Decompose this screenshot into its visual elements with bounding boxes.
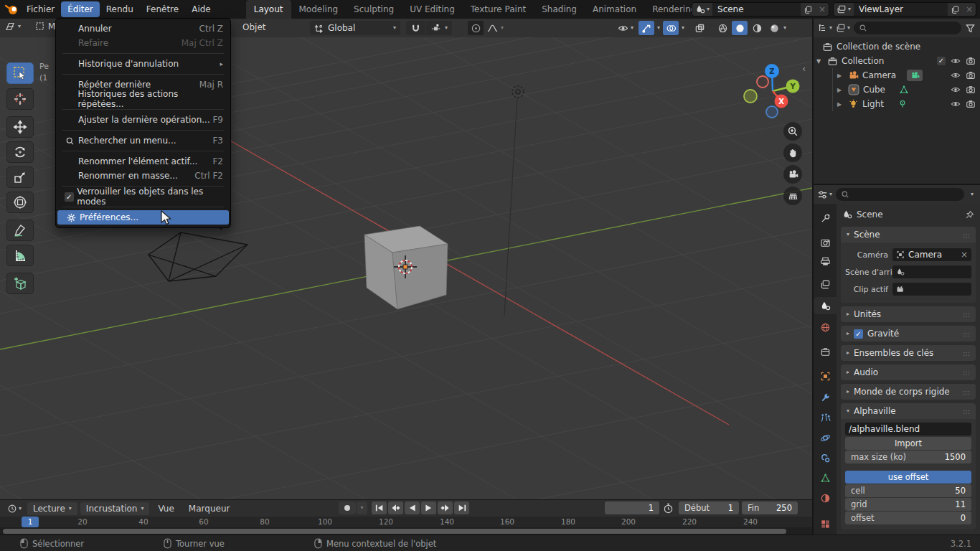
next-keyframe-button[interactable] bbox=[438, 501, 453, 514]
tab-modeling[interactable]: Modeling bbox=[291, 1, 347, 18]
render-camera-icon[interactable] bbox=[966, 99, 976, 109]
gizmo-dropdown-icon[interactable]: ▾ bbox=[657, 25, 660, 31]
import-button[interactable]: Import bbox=[845, 437, 971, 450]
disclosure-closed-icon[interactable]: ▶ bbox=[837, 72, 844, 79]
tab-particles[interactable] bbox=[814, 409, 837, 426]
frame-end-field[interactable]: Fin250 bbox=[742, 501, 798, 514]
filter-funnel-icon[interactable] bbox=[965, 23, 976, 34]
tab-constraints[interactable] bbox=[814, 449, 837, 466]
panel-grip-icon[interactable]: ::: bbox=[963, 408, 970, 415]
light-data-icon[interactable] bbox=[897, 99, 908, 109]
camera-data-icon[interactable] bbox=[907, 70, 923, 81]
panel-corps-rigide[interactable]: ▸Monde de corps rigide::: bbox=[841, 384, 976, 400]
disclosure-closed-icon[interactable]: ▶ bbox=[837, 87, 844, 93]
tab-texture-paint[interactable]: Texture Paint bbox=[463, 1, 534, 18]
tool-rotate[interactable] bbox=[6, 141, 34, 163]
gizmo-neg-y[interactable] bbox=[744, 90, 757, 103]
outliner-filter-mode-dropdown[interactable]: ▾ bbox=[836, 23, 850, 33]
pan-hand-button[interactable] bbox=[783, 143, 802, 162]
sidebar-collapse-icon[interactable]: ‹ bbox=[802, 63, 806, 74]
show-gizmo-toggle[interactable] bbox=[639, 21, 654, 35]
tab-uv-editing[interactable]: UV Editing bbox=[402, 1, 463, 18]
disclosure-closed-icon[interactable]: ▶ bbox=[837, 101, 844, 108]
tool-transform[interactable] bbox=[6, 192, 34, 213]
tab-animation[interactable]: Animation bbox=[585, 1, 644, 18]
prev-keyframe-button[interactable] bbox=[388, 501, 403, 514]
proportional-falloff-icon[interactable]: ▾ bbox=[484, 21, 506, 35]
tool-measure[interactable] bbox=[6, 245, 34, 266]
grid-field[interactable]: grid11 bbox=[845, 498, 971, 511]
render-camera-icon[interactable] bbox=[966, 56, 976, 66]
tab-shading[interactable]: Shading bbox=[534, 1, 585, 18]
offset-field[interactable]: offset0 bbox=[845, 512, 971, 524]
overlays-dropdown-icon[interactable]: ▾ bbox=[682, 25, 684, 31]
properties-options-icon[interactable]: ▾ bbox=[968, 192, 976, 197]
menubar-fichier[interactable]: Fichier bbox=[20, 1, 61, 17]
current-frame-field[interactable]: 1 bbox=[605, 501, 659, 514]
render-camera-icon[interactable] bbox=[966, 85, 976, 95]
collection-checkbox-icon[interactable]: ✓ bbox=[937, 57, 946, 65]
timeline-ruler[interactable]: 1 20 40 60 80 100 120 140 160 180 200 22… bbox=[0, 517, 812, 527]
shading-rendered-icon[interactable] bbox=[766, 21, 782, 35]
tab-layout[interactable]: Layout bbox=[246, 0, 291, 19]
menubar-aide[interactable]: Aide bbox=[185, 1, 217, 17]
proportional-edit-icon[interactable] bbox=[468, 21, 484, 35]
blender-logo-icon[interactable] bbox=[4, 4, 20, 15]
camera-view-button[interactable] bbox=[783, 165, 802, 184]
new-viewlayer-icon[interactable] bbox=[948, 3, 963, 16]
viewlayer-selector[interactable]: ▾ ViewLayer × bbox=[833, 2, 976, 17]
outliner-row-collection[interactable]: ▼ Collection ✓ bbox=[814, 54, 980, 68]
remove-viewlayer-icon[interactable]: × bbox=[963, 3, 976, 16]
shading-solid-icon[interactable] bbox=[732, 21, 748, 35]
properties-search-input[interactable] bbox=[836, 188, 964, 201]
panel-audio[interactable]: ▸Audio::: bbox=[841, 364, 976, 380]
mode-dropdown[interactable]: M bbox=[34, 21, 55, 32]
tab-physics[interactable] bbox=[814, 429, 837, 446]
use-offset-toggle[interactable]: use offset bbox=[845, 471, 971, 484]
eye-icon[interactable] bbox=[951, 56, 961, 66]
outliner-row-scene-collection[interactable]: Collection de scène bbox=[814, 39, 980, 54]
playhead[interactable]: 1 bbox=[22, 517, 39, 527]
tool-annotate[interactable] bbox=[6, 220, 34, 241]
menu-item-renommer-actif[interactable]: Renommer l'élément actif...F2 bbox=[56, 154, 230, 169]
play-reverse-button[interactable] bbox=[405, 501, 420, 514]
menu-item-renommer-masse[interactable]: Renommer en masse...Ctrl F2 bbox=[56, 169, 230, 183]
shading-wireframe-icon[interactable] bbox=[715, 21, 730, 35]
xray-toggle[interactable] bbox=[692, 21, 707, 35]
tab-scene[interactable] bbox=[814, 297, 837, 314]
transform-orientation-dropdown[interactable]: Global ▾ bbox=[310, 21, 400, 35]
menu-item-rechercher-menu[interactable]: Rechercher un menu...F3 bbox=[56, 133, 230, 148]
scene-name[interactable]: Scene bbox=[712, 3, 801, 16]
max-size-field[interactable]: max size (ko)1500 bbox=[845, 451, 971, 463]
auto-keying-dropdown-icon[interactable]: ▾ bbox=[357, 501, 367, 514]
panel-unites[interactable]: ▸Unités::: bbox=[841, 306, 976, 322]
outliner-search-input[interactable] bbox=[854, 22, 961, 34]
blend-path-field[interactable]: /alphaville.blend bbox=[845, 423, 971, 435]
panel-scene-header[interactable]: ▾Scène::: bbox=[841, 227, 976, 242]
tab-world[interactable] bbox=[814, 319, 837, 336]
menubar-editer[interactable]: Éditer bbox=[61, 1, 100, 17]
tool-select-box[interactable] bbox=[6, 62, 34, 84]
panel-grip-icon[interactable]: ::: bbox=[963, 330, 970, 338]
mesh-data-icon[interactable] bbox=[899, 85, 909, 95]
pin-icon[interactable] bbox=[965, 210, 974, 220]
shading-dropdown-icon[interactable]: ▾ bbox=[783, 25, 786, 31]
tab-object[interactable] bbox=[814, 367, 837, 385]
tab-tool[interactable] bbox=[814, 209, 837, 227]
tab-collection[interactable] bbox=[814, 343, 837, 360]
clear-camera-icon[interactable]: × bbox=[961, 250, 968, 260]
menu-item-refaire[interactable]: RefaireMaj Ctrl Z bbox=[56, 36, 230, 50]
unlink-scene-icon[interactable]: × bbox=[816, 3, 829, 16]
tab-sculpting[interactable]: Sculpting bbox=[346, 1, 402, 18]
tool-scale[interactable] bbox=[6, 166, 34, 188]
tab-object-data[interactable] bbox=[814, 469, 837, 486]
ortho-grid-button[interactable] bbox=[783, 187, 802, 205]
visibility-dropdown[interactable]: ▾ bbox=[616, 21, 636, 35]
playback-menu[interactable]: Lecture▾ bbox=[27, 502, 77, 515]
show-overlays-toggle[interactable] bbox=[663, 21, 679, 35]
scrollbar-thumb[interactable] bbox=[3, 529, 786, 534]
auto-keying-record-icon[interactable] bbox=[339, 501, 356, 514]
tab-material[interactable] bbox=[814, 489, 837, 507]
stopwatch-icon[interactable] bbox=[663, 503, 674, 514]
outliner-row-cube[interactable]: ▶ Cube bbox=[833, 83, 980, 97]
